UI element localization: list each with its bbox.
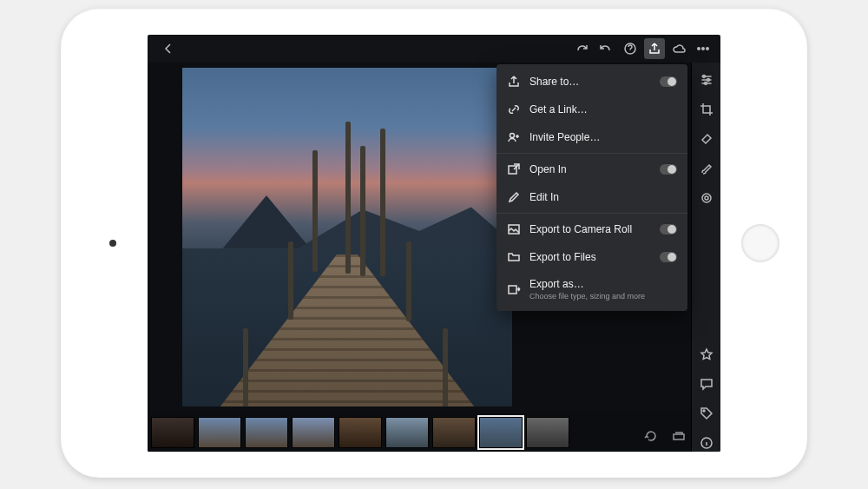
undo-arrow-button[interactable]: [595, 38, 616, 59]
share-button[interactable]: [644, 38, 665, 59]
more-icon: [696, 42, 710, 56]
menu-label: Invite People…: [529, 131, 600, 143]
filmstrip-tools: [642, 427, 687, 445]
get-link-item[interactable]: Get a Link…: [496, 96, 687, 123]
export-as-item[interactable]: Export as… Choose file type, sizing and …: [496, 271, 687, 307]
heal-button[interactable]: [698, 130, 715, 148]
cloud-icon: [672, 42, 686, 56]
menu-label: Get a Link…: [529, 103, 588, 116]
thumbnail[interactable]: [526, 417, 569, 448]
ipad-frame: Share to… Get a Link… Invite People… Ope…: [61, 9, 807, 478]
svg-point-3: [707, 48, 708, 50]
home-button[interactable]: [741, 224, 779, 262]
thumbnail[interactable]: [292, 417, 335, 448]
comments-button[interactable]: [698, 375, 715, 393]
brush-icon: [700, 162, 713, 175]
toggle[interactable]: [660, 224, 677, 235]
toggle[interactable]: [660, 76, 677, 87]
star-button[interactable]: [698, 346, 715, 363]
main-photo[interactable]: [182, 68, 512, 406]
share-icon: [648, 42, 661, 56]
revert-button[interactable]: [642, 427, 660, 445]
tag-icon: [700, 406, 713, 420]
invite-people-item[interactable]: Invite People…: [496, 123, 687, 151]
thumbnail[interactable]: [432, 417, 476, 448]
export-camera-roll-item[interactable]: Export to Camera Roll: [496, 215, 687, 243]
presets-icon: [700, 191, 713, 205]
thumbnail[interactable]: [339, 417, 382, 448]
app-screen: Share to… Get a Link… Invite People… Ope…: [148, 35, 720, 452]
presets-button[interactable]: [698, 189, 715, 207]
chevron-left-icon: [161, 42, 175, 56]
invite-icon: [507, 130, 521, 144]
chat-icon: [700, 377, 713, 391]
open-in-item[interactable]: Open In: [496, 155, 687, 183]
menu-label: Export as…: [529, 278, 584, 290]
tag-button[interactable]: [698, 405, 715, 422]
share-icon: [507, 75, 521, 89]
menu-label-group: Export as… Choose file type, sizing and …: [529, 278, 645, 301]
info-button[interactable]: [698, 434, 715, 452]
back-button[interactable]: [158, 38, 179, 59]
info-icon: [700, 436, 713, 450]
bandaid-icon: [700, 132, 713, 146]
topbar: [148, 35, 720, 63]
thumbnail[interactable]: [151, 417, 194, 448]
svg-point-7: [702, 194, 711, 202]
folder-icon: [507, 250, 521, 264]
toggle[interactable]: [660, 252, 677, 262]
thumbnail[interactable]: [198, 417, 241, 448]
redo-icon: [575, 42, 589, 56]
edit-in-icon: [507, 190, 521, 204]
undo-icon: [599, 42, 613, 56]
thumbnail-selected[interactable]: [479, 417, 523, 448]
crop-button[interactable]: [698, 101, 715, 118]
layers-button[interactable]: [670, 427, 687, 445]
toggle[interactable]: [660, 164, 677, 175]
svg-point-9: [703, 410, 705, 412]
svg-point-2: [702, 48, 704, 50]
menu-label: Open In: [529, 163, 567, 175]
layers-icon: [672, 429, 686, 443]
help-button[interactable]: [620, 38, 641, 59]
filmstrip: [148, 413, 691, 452]
star-icon: [700, 347, 713, 361]
open-in-icon: [507, 162, 521, 176]
menu-label: Export to Files: [529, 251, 596, 263]
link-icon: [507, 102, 521, 116]
svg-rect-14: [509, 286, 516, 294]
cloud-status-button[interactable]: [668, 38, 689, 59]
thumbnail[interactable]: [385, 417, 429, 448]
share-to-item[interactable]: Share to…: [496, 68, 687, 96]
svg-point-8: [705, 196, 708, 200]
edit-in-item[interactable]: Edit In: [496, 183, 687, 211]
help-icon: [623, 42, 637, 56]
export-files-item[interactable]: Export to Files: [496, 243, 687, 271]
adjust-button[interactable]: [698, 71, 715, 89]
menu-sublabel: Choose file type, sizing and more: [529, 292, 645, 301]
camera-roll-icon: [507, 222, 521, 236]
menu-label: Share to…: [529, 76, 579, 88]
svg-point-1: [698, 48, 700, 50]
sliders-icon: [700, 73, 713, 87]
redo-arrow-button[interactable]: [571, 38, 592, 59]
export-as-icon: [507, 282, 521, 296]
share-menu: Share to… Get a Link… Invite People… Ope…: [496, 64, 687, 311]
revert-icon: [644, 429, 658, 443]
menu-label: Export to Camera Roll: [529, 223, 632, 235]
front-camera: [109, 240, 116, 247]
svg-point-11: [510, 134, 515, 138]
crop-icon: [700, 102, 713, 116]
menu-label: Edit In: [529, 191, 559, 203]
more-button[interactable]: [693, 38, 713, 59]
brush-button[interactable]: [698, 160, 715, 177]
thumbnail[interactable]: [245, 417, 288, 448]
edit-rail: [691, 63, 720, 452]
